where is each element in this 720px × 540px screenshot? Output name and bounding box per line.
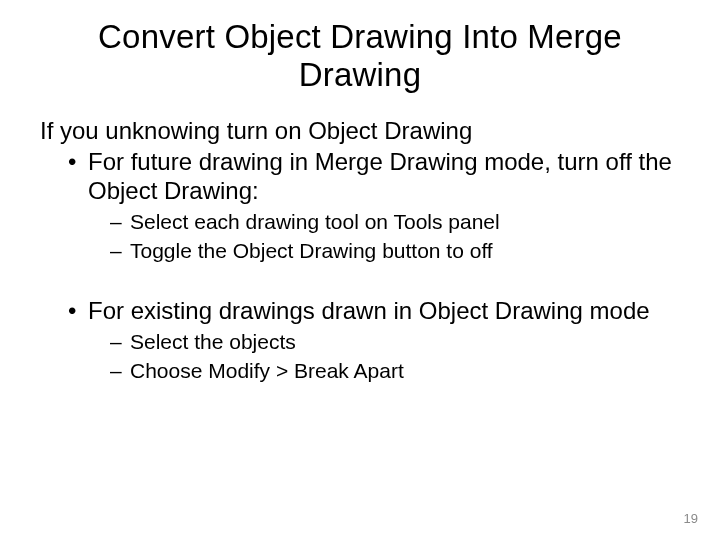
intro-text: If you unknowing turn on Object Drawing [40,116,680,145]
bullet-text: For existing drawings drawn in Object Dr… [88,297,650,324]
bullet-list: For existing drawings drawn in Object Dr… [68,296,680,384]
slide-title: Convert Object Drawing Into Merge Drawin… [40,18,680,94]
list-item: For existing drawings drawn in Object Dr… [68,296,680,384]
slide: Convert Object Drawing Into Merge Drawin… [0,0,720,540]
list-item: Select each drawing tool on Tools panel [110,208,680,235]
list-item: Select the objects [110,328,680,355]
spacer [40,270,680,296]
list-item: Toggle the Object Drawing button to off [110,237,680,264]
sub-bullet-list: Select each drawing tool on Tools panel … [110,208,680,265]
list-item: For future drawing in Merge Drawing mode… [68,147,680,264]
list-item: Choose Modify > Break Apart [110,357,680,384]
slide-body: If you unknowing turn on Object Drawing … [40,116,680,384]
sub-bullet-list: Select the objects Choose Modify > Break… [110,328,680,385]
bullet-text: For future drawing in Merge Drawing mode… [88,148,672,204]
page-number: 19 [684,511,698,526]
bullet-list: For future drawing in Merge Drawing mode… [68,147,680,264]
